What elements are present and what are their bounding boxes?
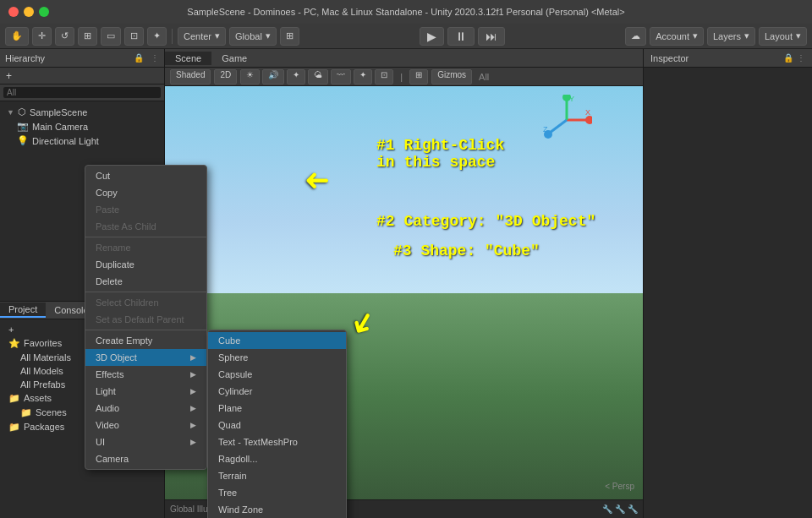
submenu-item-sphere[interactable]: Sphere — [208, 349, 346, 366]
global-dropdown[interactable]: Global ▾ — [229, 27, 277, 46]
step-button[interactable]: ⏭ — [478, 27, 505, 46]
sky-btn[interactable]: 🌤 — [308, 69, 328, 85]
menu-icon[interactable]: ⋮ — [151, 53, 159, 63]
rotate-tool[interactable]: ↺ — [55, 27, 74, 46]
menu-item-light[interactable]: Light ▶ — [85, 383, 206, 400]
camera-menu-label: Camera — [96, 454, 129, 464]
rect-tool[interactable]: ▭ — [101, 27, 121, 46]
scene-view-options: ☀ 🔊 ✦ 🌤 〰 ✦ ⊡ — [240, 69, 393, 85]
menu-item-effects[interactable]: Effects ▶ — [85, 366, 206, 383]
persp-label: < Persp — [605, 482, 634, 491]
post-btn[interactable]: ⊡ — [375, 69, 393, 85]
account-dropdown[interactable]: Account ▾ — [650, 27, 704, 46]
layers-dropdown[interactable]: Layers ▾ — [707, 27, 755, 46]
menu-item-camera[interactable]: Camera — [85, 450, 206, 467]
lighting-btn[interactable]: ☀ — [240, 69, 260, 85]
camera-name: Main Camera — [32, 122, 88, 132]
menu-item-3d-object[interactable]: 3D Object ▶ — [85, 349, 206, 366]
close-button[interactable] — [8, 7, 19, 17]
scene-tabs: Scene Game — [165, 49, 643, 68]
gizmos-dropdown[interactable]: Gizmos — [431, 69, 472, 85]
hierarchy-item-main-camera[interactable]: 📷 Main Camera — [0, 119, 164, 134]
add-hierarchy-button[interactable]: + — [3, 70, 14, 82]
hierarchy-toolbar: + — [0, 68, 164, 85]
submenu-item-plane[interactable]: Plane — [208, 400, 346, 417]
menu-item-audio[interactable]: Audio ▶ — [85, 400, 206, 417]
menu-item-cut[interactable]: Cut — [85, 167, 206, 184]
layout-dropdown[interactable]: Layout ▾ — [759, 27, 807, 46]
menu-item-delete[interactable]: Delete — [85, 273, 206, 290]
submenu-item-text-textmeshpro[interactable]: Text - TextMeshPro — [208, 433, 346, 450]
folder-icon: 📁 — [8, 393, 20, 404]
shading-dropdown[interactable]: Shaded — [170, 69, 211, 85]
hierarchy-item-directional-light[interactable]: 💡 Directional Light — [0, 134, 164, 148]
tab-scene[interactable]: Scene — [165, 52, 211, 65]
chevron-down-icon2: ▾ — [266, 30, 271, 41]
gizmo-svg: X Y Z — [541, 95, 592, 145]
menu-item-create-empty[interactable]: Create Empty — [85, 332, 206, 349]
cloud-btn[interactable]: ☁ — [625, 27, 646, 46]
arrow-right-icon: ▶ — [190, 353, 196, 362]
inspector-title: Inspector — [650, 53, 689, 63]
packages-label: Packages — [24, 422, 64, 432]
create-empty-label: Create Empty — [96, 335, 152, 346]
menu-item-ui[interactable]: UI ▶ — [85, 433, 206, 450]
submenu-item-wind-zone[interactable]: Wind Zone — [208, 501, 346, 518]
inspector-menu-icon[interactable]: ⋮ — [797, 53, 805, 63]
expand-arrow-icon: ▼ — [7, 108, 14, 117]
custom-tool[interactable]: ✦ — [147, 27, 167, 46]
submenu-item-tree[interactable]: Tree — [208, 484, 346, 501]
hand-tool[interactable]: ✋ — [5, 27, 29, 46]
plane-label: Plane — [218, 403, 242, 413]
pause-button[interactable]: ⏸ — [447, 27, 475, 46]
sphere-label: Sphere — [218, 352, 248, 363]
submenu-item-quad[interactable]: Quad — [208, 417, 346, 433]
inspector-panel: Inspector 🔒 ⋮ — [643, 49, 812, 518]
traffic-lights — [8, 7, 49, 17]
submenu-item-cylinder[interactable]: Cylinder — [208, 383, 346, 400]
maximize-button[interactable] — [39, 7, 49, 17]
move-tool[interactable]: ✛ — [32, 27, 52, 46]
hierarchy-item-samplescene[interactable]: ▼ ⬡ SampleScene — [0, 105, 164, 119]
window-title: SampleScene - Dominoes - PC, Mac & Linux… — [187, 7, 624, 17]
annotation-2: #2 Category: "3D Object" — [376, 213, 595, 230]
tab-game[interactable]: Game — [211, 52, 257, 65]
play-button[interactable]: ▶ — [420, 27, 444, 46]
hierarchy-search-input[interactable] — [3, 87, 161, 98]
search-scene-label: All — [479, 72, 489, 82]
grid-scene-btn[interactable]: ⊞ — [409, 69, 428, 85]
copy-label: Copy — [96, 188, 118, 198]
tab-project[interactable]: Project — [0, 303, 46, 318]
effects-btn[interactable]: ✦ — [287, 69, 305, 85]
chevron-down-icon3: ▾ — [693, 30, 698, 41]
flares-btn[interactable]: ✦ — [354, 69, 372, 85]
menu-item-video[interactable]: Video ▶ — [85, 417, 206, 433]
3d-object-label: 3D Object — [96, 352, 137, 363]
transform-tool[interactable]: ⊡ — [124, 27, 144, 46]
submenu-item-capsule[interactable]: Capsule — [208, 366, 346, 383]
inspector-lock-icon[interactable]: 🔒 — [783, 53, 793, 63]
audio-label: Audio — [96, 403, 119, 413]
arrow-right-icon6: ▶ — [190, 438, 196, 446]
annotation-line4: #3 Shape: "Cube" — [393, 243, 540, 259]
assets-label: Assets — [24, 393, 52, 403]
menu-item-duplicate[interactable]: Duplicate — [85, 256, 206, 273]
submenu-item-terrain[interactable]: Terrain — [208, 467, 346, 484]
menu-item-paste: Paste — [85, 201, 206, 218]
audio-btn[interactable]: 🔊 — [262, 69, 284, 85]
mode-2d-button[interactable]: 2D — [214, 69, 237, 85]
lock-icon[interactable]: 🔒 — [134, 53, 144, 63]
annotation-3: #3 Shape: "Cube" — [393, 243, 540, 259]
rename-label: Rename — [96, 243, 131, 253]
grid-btn[interactable]: ⊞ — [280, 27, 299, 46]
submenu-item-ragdoll[interactable]: Ragdoll... — [208, 450, 346, 467]
center-dropdown[interactable]: Center ▾ — [178, 27, 226, 46]
menu-item-copy[interactable]: Copy — [85, 184, 206, 201]
arrow-right-icon3: ▶ — [190, 387, 196, 395]
scale-tool[interactable]: ⊞ — [78, 27, 97, 46]
annotation-line3: #2 Category: "3D Object" — [376, 213, 595, 230]
sep1 — [172, 29, 173, 44]
fog-btn[interactable]: 〰 — [331, 69, 351, 85]
submenu-item-cube[interactable]: Cube — [208, 332, 346, 349]
minimize-button[interactable] — [24, 7, 34, 17]
